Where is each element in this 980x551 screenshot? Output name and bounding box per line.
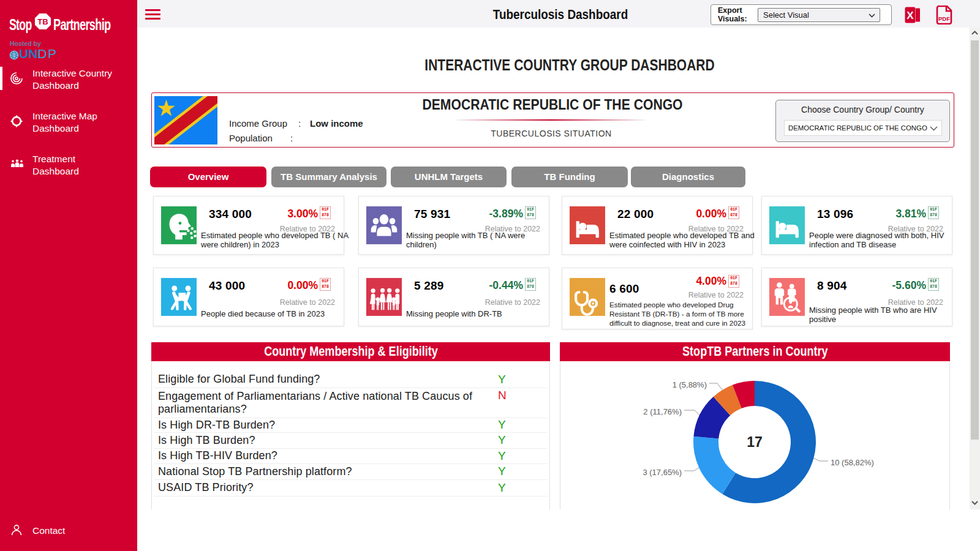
svg-text:TB: TB xyxy=(37,17,48,26)
svg-text:1 (5,88%): 1 (5,88%) xyxy=(673,380,707,389)
svg-text:17: 17 xyxy=(747,434,763,450)
svg-text:PDF: PDF xyxy=(938,15,950,22)
svg-text:X: X xyxy=(907,10,914,21)
svg-text:2 (11,76%): 2 (11,76%) xyxy=(643,407,682,416)
svg-text:10 (58,82%): 10 (58,82%) xyxy=(831,458,874,467)
svg-text:3 (17,65%): 3 (17,65%) xyxy=(643,468,682,477)
